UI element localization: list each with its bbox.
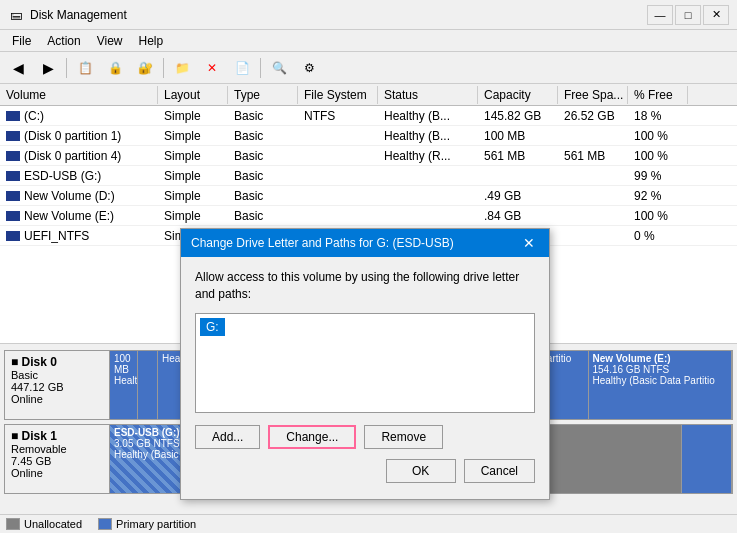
table-row[interactable]: (C:) Simple Basic NTFS Healthy (B... 145… (0, 106, 737, 126)
td-type: Basic (228, 148, 298, 164)
td-capacity: 561 MB (478, 148, 558, 164)
app-icon: 🖴 (8, 7, 24, 23)
td-volume: (Disk 0 partition 1) (0, 128, 158, 144)
toolbar-btn-delete[interactable]: ✕ (198, 55, 226, 81)
dialog-overlay: Change Drive Letter and Paths for G: (ES… (0, 168, 737, 533)
cancel-button[interactable]: Cancel (464, 459, 535, 483)
td-fs (298, 155, 378, 157)
dialog-confirm-buttons: OK Cancel (195, 459, 535, 487)
toolbar-btn-2[interactable]: 🔒 (101, 55, 129, 81)
toolbar-sep-2 (163, 58, 164, 78)
remove-button[interactable]: Remove (364, 425, 443, 449)
dialog-close-button[interactable]: ✕ (519, 233, 539, 253)
toolbar-btn-settings[interactable]: ⚙ (295, 55, 323, 81)
dialog-action-buttons: Add... Change... Remove (195, 425, 535, 449)
minimize-button[interactable]: — (647, 5, 673, 25)
td-type: Basic (228, 108, 298, 124)
td-layout: Simple (158, 128, 228, 144)
toolbar-btn-5[interactable]: 📄 (228, 55, 256, 81)
toolbar-back[interactable]: ◀ (4, 55, 32, 81)
td-fs (298, 135, 378, 137)
td-freespace (558, 135, 628, 137)
change-drive-dialog: Change Drive Letter and Paths for G: (ES… (180, 228, 550, 500)
col-fs: File System (298, 86, 378, 104)
td-freespace: 26.52 GB (558, 108, 628, 124)
menu-help[interactable]: Help (131, 32, 172, 50)
dialog-title: Change Drive Letter and Paths for G: (ES… (191, 236, 454, 250)
td-status: Healthy (R... (378, 148, 478, 164)
col-capacity: Capacity (478, 86, 558, 104)
td-pcfree: 18 % (628, 108, 688, 124)
col-status: Status (378, 86, 478, 104)
td-pcfree: 100 % (628, 128, 688, 144)
volume-icon (6, 151, 20, 161)
col-volume: Volume (0, 86, 158, 104)
td-volume: (Disk 0 partition 4) (0, 148, 158, 164)
td-fs: NTFS (298, 108, 378, 124)
table-row[interactable]: (Disk 0 partition 4) Simple Basic Health… (0, 146, 737, 166)
volume-icon (6, 131, 20, 141)
td-status: Healthy (B... (378, 128, 478, 144)
menu-bar: File Action View Help (0, 30, 737, 52)
vol-name: (Disk 0 partition 4) (24, 149, 121, 163)
td-freespace: 561 MB (558, 148, 628, 164)
app-title: Disk Management (30, 8, 647, 22)
toolbar-sep-3 (260, 58, 261, 78)
td-status: Healthy (B... (378, 108, 478, 124)
main-content: Volume Layout Type File System Status Ca… (0, 84, 737, 533)
col-layout: Layout (158, 86, 228, 104)
toolbar-btn-search[interactable]: 🔍 (265, 55, 293, 81)
add-button[interactable]: Add... (195, 425, 260, 449)
td-layout: Simple (158, 148, 228, 164)
td-pcfree: 100 % (628, 148, 688, 164)
td-capacity: 145.82 GB (478, 108, 558, 124)
vol-name: (Disk 0 partition 1) (24, 129, 121, 143)
dialog-body: Allow access to this volume by using the… (181, 257, 549, 499)
menu-view[interactable]: View (89, 32, 131, 50)
title-bar: 🖴 Disk Management — □ ✕ (0, 0, 737, 30)
td-capacity: 100 MB (478, 128, 558, 144)
toolbar-sep-1 (66, 58, 67, 78)
col-pcfree: % Free (628, 86, 688, 104)
close-button[interactable]: ✕ (703, 5, 729, 25)
maximize-button[interactable]: □ (675, 5, 701, 25)
menu-file[interactable]: File (4, 32, 39, 50)
vol-name: (C:) (24, 109, 44, 123)
table-row[interactable]: (Disk 0 partition 1) Simple Basic Health… (0, 126, 737, 146)
td-type: Basic (228, 128, 298, 144)
toolbar-btn-3[interactable]: 🔐 (131, 55, 159, 81)
td-layout: Simple (158, 108, 228, 124)
menu-action[interactable]: Action (39, 32, 88, 50)
col-type: Type (228, 86, 298, 104)
toolbar: ◀ ▶ 📋 🔒 🔐 📁 ✕ 📄 🔍 ⚙ (0, 52, 737, 84)
ok-button[interactable]: OK (386, 459, 456, 483)
toolbar-btn-4[interactable]: 📁 (168, 55, 196, 81)
dialog-title-bar: Change Drive Letter and Paths for G: (ES… (181, 229, 549, 257)
toolbar-forward[interactable]: ▶ (34, 55, 62, 81)
col-freespace: Free Spa... (558, 86, 628, 104)
dialog-path-list[interactable]: G: (195, 313, 535, 413)
toolbar-btn-1[interactable]: 📋 (71, 55, 99, 81)
window-controls: — □ ✕ (647, 5, 729, 25)
td-volume: (C:) (0, 108, 158, 124)
volume-icon (6, 111, 20, 121)
change-button[interactable]: Change... (268, 425, 356, 449)
table-header: Volume Layout Type File System Status Ca… (0, 84, 737, 106)
dialog-drive-letter-item[interactable]: G: (200, 318, 225, 336)
dialog-description: Allow access to this volume by using the… (195, 269, 535, 303)
